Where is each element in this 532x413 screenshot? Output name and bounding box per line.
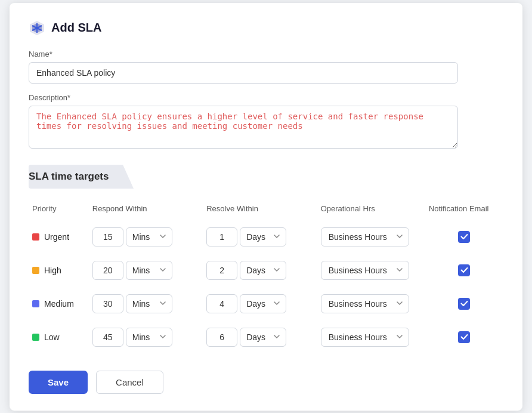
name-input[interactable] — [29, 62, 458, 84]
notification-checkbox[interactable] — [458, 331, 470, 343]
notification-checkbox[interactable] — [458, 264, 470, 276]
resolve-unit-select[interactable]: MinsHoursDays — [240, 261, 286, 280]
respond-group: MinsHoursDays — [92, 328, 199, 347]
col-header-respond: Respond Within — [89, 199, 203, 220]
respond-value-input[interactable] — [92, 294, 123, 313]
modal-header: Add SLA — [29, 20, 503, 36]
section-title-bg: SLA time targets — [29, 165, 123, 189]
checkbox-container — [429, 264, 500, 276]
ops-select[interactable]: Business HoursCalendar Hours24/7 — [321, 328, 409, 347]
name-label: Name* — [29, 50, 503, 58]
respond-unit-select[interactable]: MinsHoursDays — [126, 261, 172, 280]
col-header-ops: Operational Hrs — [317, 199, 425, 220]
name-field-group: Name* — [29, 50, 503, 84]
resolve-unit-select[interactable]: MinsHoursDays — [240, 227, 286, 246]
priority-dot — [32, 334, 39, 341]
priority-cell: Medium — [32, 299, 85, 309]
respond-unit-select[interactable]: MinsHoursDays — [126, 294, 172, 313]
description-textarea[interactable]: The Enhanced SLA policy ensures a higher… — [29, 106, 458, 149]
respond-group: MinsHoursDays — [92, 294, 199, 313]
priority-dot — [32, 233, 39, 241]
resolve-value-input[interactable] — [206, 328, 237, 347]
ops-select[interactable]: Business HoursCalendar Hours24/7 — [321, 261, 409, 280]
respond-value-input[interactable] — [92, 328, 123, 347]
resolve-value-input[interactable] — [206, 261, 237, 280]
table-row: Urgent MinsHoursDays MinsHoursDays Busin… — [29, 220, 503, 254]
resolve-group: MinsHoursDays — [206, 261, 313, 280]
cancel-button[interactable]: Cancel — [96, 371, 163, 394]
modal-title: Add SLA — [51, 21, 101, 35]
notification-cell — [425, 320, 503, 354]
notification-cell — [425, 220, 503, 254]
resolve-unit-select[interactable]: MinsHoursDays — [240, 328, 286, 347]
priority-dot — [32, 300, 39, 307]
checkbox-container — [429, 331, 500, 343]
col-header-resolve: Resolve Within — [203, 199, 317, 220]
table-row: Low MinsHoursDays MinsHoursDays Business… — [29, 320, 503, 354]
section-title: SLA time targets — [29, 171, 109, 182]
description-label: Description* — [29, 93, 503, 102]
respond-unit-select[interactable]: MinsHoursDays — [126, 328, 172, 347]
notification-cell — [425, 287, 503, 320]
respond-unit-select[interactable]: MinsHoursDays — [126, 227, 172, 246]
priority-cell: High — [32, 266, 85, 275]
resolve-unit-select[interactable]: MinsHoursDays — [240, 294, 286, 313]
priority-label: Medium — [44, 299, 74, 309]
add-sla-modal: Add SLA Name* Description* The Enhanced … — [10, 3, 522, 411]
resolve-group: MinsHoursDays — [206, 294, 313, 313]
description-field-group: Description* The Enhanced SLA policy ens… — [29, 93, 503, 150]
section-header: SLA time targets — [29, 165, 503, 189]
checkbox-container — [429, 231, 500, 243]
priority-label: Low — [44, 332, 60, 342]
ops-select[interactable]: Business HoursCalendar Hours24/7 — [321, 227, 409, 246]
resolve-value-input[interactable] — [206, 294, 237, 313]
priority-dot — [32, 267, 39, 274]
resolve-value-input[interactable] — [206, 227, 237, 246]
save-button[interactable]: Save — [29, 371, 88, 394]
priority-cell: Urgent — [32, 232, 85, 242]
notification-checkbox[interactable] — [458, 298, 470, 310]
notification-cell — [425, 254, 503, 287]
resolve-group: MinsHoursDays — [206, 227, 313, 246]
priority-label: Urgent — [44, 232, 69, 242]
ops-select[interactable]: Business HoursCalendar Hours24/7 — [321, 294, 409, 313]
respond-group: MinsHoursDays — [92, 261, 199, 280]
resolve-group: MinsHoursDays — [206, 328, 313, 347]
notification-checkbox[interactable] — [458, 231, 470, 243]
respond-group: MinsHoursDays — [92, 227, 199, 246]
priority-cell: Low — [32, 332, 85, 342]
footer-actions: Save Cancel — [29, 371, 503, 394]
checkbox-container — [429, 298, 500, 310]
col-header-notif: Notification Email — [425, 199, 503, 220]
respond-value-input[interactable] — [92, 261, 123, 280]
sla-table: Priority Respond Within Resolve Within O… — [29, 199, 503, 354]
table-row: High MinsHoursDays MinsHoursDays Busines… — [29, 254, 503, 287]
table-row: Medium MinsHoursDays MinsHoursDays Busin… — [29, 287, 503, 320]
priority-label: High — [44, 266, 61, 275]
respond-value-input[interactable] — [92, 227, 123, 246]
logo-icon — [29, 20, 45, 36]
col-header-priority: Priority — [29, 199, 89, 220]
